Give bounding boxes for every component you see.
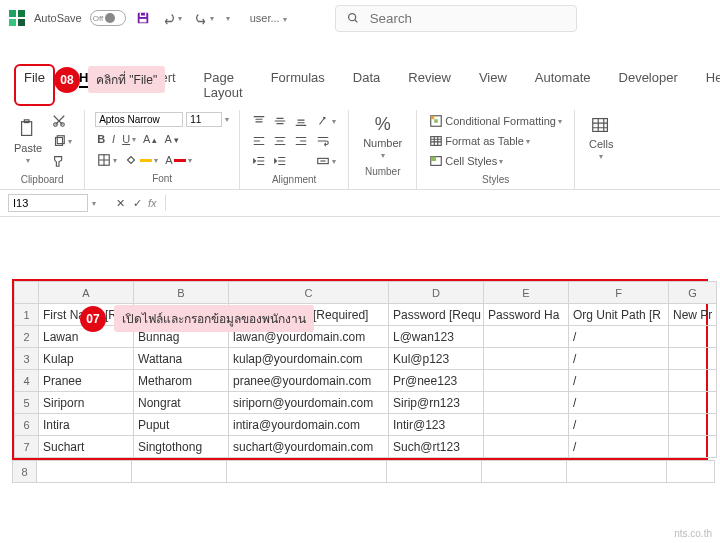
tab-page-layout[interactable]: Page Layout (200, 64, 247, 106)
row-header[interactable]: 2 (15, 326, 39, 348)
header-cell[interactable]: Password Ha (484, 304, 569, 326)
data-cell[interactable]: / (569, 436, 669, 458)
data-cell[interactable] (484, 326, 569, 348)
cell-styles-button[interactable]: Cell Styles▾ (427, 152, 505, 170)
row-header[interactable]: 5 (15, 392, 39, 414)
data-cell[interactable]: Kul@p123 (389, 348, 484, 370)
row-header[interactable]: 3 (15, 348, 39, 370)
undo-icon[interactable]: ▾ (160, 9, 184, 27)
data-cell[interactable]: / (569, 326, 669, 348)
tab-developer[interactable]: Developer (615, 64, 682, 106)
merge-icon[interactable]: ▾ (314, 152, 338, 170)
data-cell[interactable]: intira@yourdomain.com (229, 414, 389, 436)
paste-button[interactable]: Paste▾ (10, 116, 46, 167)
italic-icon[interactable]: I (110, 131, 117, 147)
col-header[interactable]: D (389, 282, 484, 304)
data-cell[interactable] (669, 436, 717, 458)
borders-icon[interactable]: ▾ (95, 151, 119, 169)
row-header[interactable]: 1 (15, 304, 39, 326)
decrease-indent-icon[interactable] (250, 152, 268, 170)
decrease-font-icon[interactable]: A▾ (162, 131, 180, 147)
font-color-icon[interactable]: A▾ (163, 152, 194, 168)
data-cell[interactable] (669, 326, 717, 348)
align-middle-icon[interactable] (271, 112, 289, 130)
align-bottom-icon[interactable] (292, 112, 310, 130)
wrap-text-icon[interactable] (314, 132, 338, 150)
data-cell[interactable]: Pr@nee123 (389, 370, 484, 392)
data-cell[interactable]: Sirip@rn123 (389, 392, 484, 414)
data-cell[interactable]: Intira (39, 414, 134, 436)
conditional-formatting-button[interactable]: Conditional Formatting▾ (427, 112, 564, 130)
data-cell[interactable]: Intir@123 (389, 414, 484, 436)
data-cell[interactable] (484, 392, 569, 414)
col-header[interactable]: A (39, 282, 134, 304)
data-cell[interactable]: Wattana (134, 348, 229, 370)
fill-color-icon[interactable]: ▾ (122, 151, 160, 169)
tab-file[interactable]: File (14, 64, 55, 106)
data-cell[interactable] (669, 392, 717, 414)
bold-icon[interactable]: B (95, 131, 107, 147)
header-cell[interactable]: New Pr (669, 304, 717, 326)
data-cell[interactable]: / (569, 370, 669, 392)
tab-formulas[interactable]: Formulas (267, 64, 329, 106)
col-header[interactable]: C (229, 282, 389, 304)
data-cell[interactable]: Siriporn (39, 392, 134, 414)
format-as-table-button[interactable]: Format as Table▾ (427, 132, 532, 150)
tab-help[interactable]: Help (702, 64, 720, 106)
search-box[interactable] (335, 5, 577, 32)
data-cell[interactable]: Suchart (39, 436, 134, 458)
fx-icon[interactable]: fx (148, 197, 157, 209)
data-cell[interactable] (669, 348, 717, 370)
data-cell[interactable]: L@wan123 (389, 326, 484, 348)
tab-view[interactable]: View (475, 64, 511, 106)
copy-icon[interactable]: ▾ (50, 132, 74, 150)
data-cell[interactable]: Kulap (39, 348, 134, 370)
data-cell[interactable]: siriporn@yourdomain.com (229, 392, 389, 414)
data-cell[interactable]: Puput (134, 414, 229, 436)
cancel-formula-icon[interactable]: ✕ (114, 195, 127, 212)
data-cell[interactable]: kulap@yourdomain.com (229, 348, 389, 370)
data-cell[interactable] (484, 348, 569, 370)
data-cell[interactable]: Metharom (134, 370, 229, 392)
data-cell[interactable]: / (569, 348, 669, 370)
orientation-icon[interactable]: ▾ (314, 112, 338, 130)
number-format-button[interactable]: % Number▾ (359, 112, 406, 162)
user-label[interactable]: user... ▾ (250, 12, 287, 24)
redo-icon[interactable]: ▾ (192, 9, 216, 27)
save-icon[interactable] (134, 9, 152, 27)
data-cell[interactable] (484, 414, 569, 436)
underline-icon[interactable]: U▾ (120, 131, 138, 147)
col-header[interactable]: F (569, 282, 669, 304)
qat-customize-icon[interactable]: ▾ (224, 12, 232, 25)
align-left-icon[interactable] (250, 132, 268, 150)
increase-font-icon[interactable]: A▴ (141, 131, 159, 147)
font-name-select[interactable] (95, 112, 183, 127)
data-cell[interactable]: Such@rt123 (389, 436, 484, 458)
search-input[interactable] (368, 10, 566, 27)
cut-icon[interactable] (50, 112, 74, 130)
data-cell[interactable] (669, 414, 717, 436)
align-center-icon[interactable] (271, 132, 289, 150)
row-header[interactable]: 6 (15, 414, 39, 436)
data-cell[interactable]: / (569, 414, 669, 436)
data-cell[interactable]: pranee@yourdomain.com (229, 370, 389, 392)
data-cell[interactable]: Pranee (39, 370, 134, 392)
name-box[interactable] (8, 194, 88, 212)
increase-indent-icon[interactable] (271, 152, 289, 170)
align-right-icon[interactable] (292, 132, 310, 150)
col-header[interactable]: G (669, 282, 717, 304)
col-header[interactable]: B (134, 282, 229, 304)
data-cell[interactable]: Nongrat (134, 392, 229, 414)
enter-formula-icon[interactable]: ✓ (131, 195, 144, 212)
header-cell[interactable]: Password [Requ (389, 304, 484, 326)
tab-review[interactable]: Review (404, 64, 455, 106)
header-cell[interactable]: Org Unit Path [R (569, 304, 669, 326)
row-header[interactable]: 7 (15, 436, 39, 458)
col-header[interactable]: E (484, 282, 569, 304)
data-cell[interactable]: Singtothong (134, 436, 229, 458)
align-top-icon[interactable] (250, 112, 268, 130)
cells-button[interactable]: Cells▾ (585, 112, 617, 163)
tab-data[interactable]: Data (349, 64, 384, 106)
row-header[interactable]: 4 (15, 370, 39, 392)
data-cell[interactable] (484, 436, 569, 458)
